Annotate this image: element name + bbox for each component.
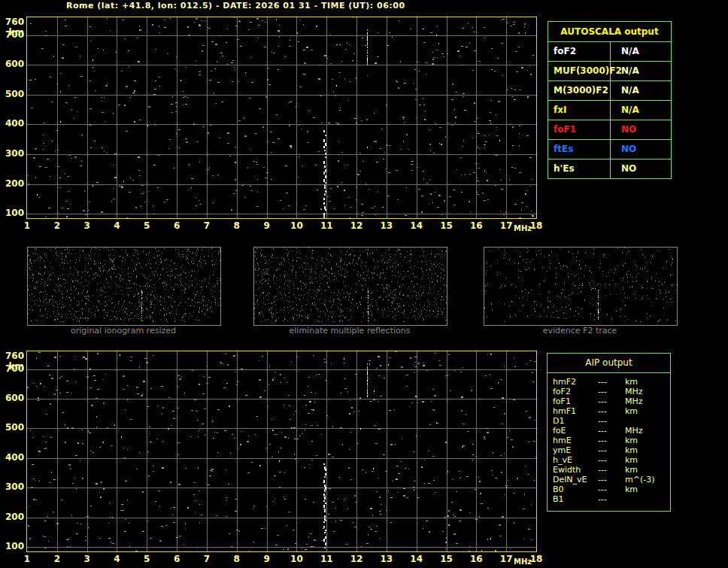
x-tick-label: 7 xyxy=(204,554,210,564)
y-tick-label: 200 xyxy=(0,178,24,189)
thumbnail-f2-canvas xyxy=(484,248,677,322)
y-tick-label: 760 xyxy=(0,351,24,361)
x-tick-label: 6 xyxy=(174,220,180,231)
x-tick-label: 16 xyxy=(470,220,483,231)
aip-param-value: --- xyxy=(598,426,625,436)
y-tick-label: 500 xyxy=(0,89,24,99)
top-ionogram-canvas xyxy=(27,17,536,218)
x-tick-label: 10 xyxy=(290,220,303,231)
caption-original-ionogram: original ionogram resized xyxy=(71,326,176,336)
x-axis-unit-label: MHz xyxy=(514,557,532,566)
x-tick-label: 14 xyxy=(410,220,423,231)
aip-row-delnve: DelN_vE---m^(-3) xyxy=(548,475,670,484)
y-tick-label: 700 xyxy=(0,29,24,40)
x-tick-label: 5 xyxy=(144,554,150,564)
x-axis-unit-label: MHz xyxy=(514,224,532,232)
bottom-ionogram-canvas xyxy=(27,351,536,551)
aip-param-unit: km xyxy=(625,484,670,494)
aip-param-label: DelN_vE xyxy=(548,475,598,484)
y-tick-label: 400 xyxy=(0,118,24,129)
x-tick-label: 12 xyxy=(350,554,363,564)
autoscala-param-value: NO xyxy=(611,140,671,159)
aip-output-table: AIP output hmF2---kmfoF2---MHzfoF1---MHz… xyxy=(547,353,671,512)
aip-row-fof1: foF1---MHz xyxy=(548,396,670,406)
caption-f2-trace: evidence F2 trace xyxy=(543,326,617,336)
aip-param-label: foF2 xyxy=(548,387,598,396)
aip-param-unit: MHz xyxy=(625,387,670,396)
aip-row-fof2: foF2---MHz xyxy=(548,387,670,396)
aip-param-value: --- xyxy=(598,445,625,455)
aip-row-b1: B1--- xyxy=(548,494,670,504)
aip-row-hve: h_vE---km xyxy=(548,455,670,465)
aip-param-value: --- xyxy=(598,475,625,484)
autoscala-param-value: NO xyxy=(611,159,671,178)
y-tick-label: 100 xyxy=(0,208,24,218)
autoscala-param-value: NO xyxy=(611,120,671,139)
aip-param-label: B1 xyxy=(548,494,598,504)
aip-param-value: --- xyxy=(598,377,625,387)
autoscala-window: Rome (lat: +41.8, lon: 012.5) - DATE: 20… xyxy=(0,0,728,568)
y-tick-label: 500 xyxy=(0,422,24,433)
y-tick-label: 200 xyxy=(0,512,24,522)
x-tick-label: 1 xyxy=(24,554,30,564)
aip-row-hmf1: hmF1---km xyxy=(548,406,670,416)
aip-table-body: hmF2---kmfoF2---MHzfoF1---MHzhmF1---kmD1… xyxy=(548,373,670,504)
aip-param-label: Ewidth xyxy=(548,465,598,475)
x-tick-label: 16 xyxy=(470,554,483,564)
thumbnail-reflections-canvas xyxy=(254,248,447,322)
aip-param-unit: MHz xyxy=(625,396,670,406)
x-tick-label: 2 xyxy=(54,554,60,564)
aip-param-unit: km xyxy=(625,377,670,387)
aip-param-unit: km xyxy=(625,455,670,465)
aip-param-value: --- xyxy=(598,406,625,416)
aip-param-label: B0 xyxy=(548,484,598,494)
aip-row-foe: foE---MHz xyxy=(548,426,670,436)
aip-param-unit: km xyxy=(625,406,670,416)
aip-param-value: --- xyxy=(598,436,625,445)
x-tick-label: 15 xyxy=(440,220,453,231)
y-tick-label: 760 xyxy=(0,17,24,27)
x-tick-label: 6 xyxy=(174,554,180,564)
aip-param-label: D1 xyxy=(548,416,598,426)
x-tick-label: 10 xyxy=(290,554,303,564)
x-tick-label: 4 xyxy=(114,220,120,231)
aip-param-unit: m^(-3) xyxy=(625,475,670,484)
aip-param-unit: km xyxy=(625,445,670,455)
x-tick-label: 4 xyxy=(114,554,120,564)
aip-row-b0: B0---km xyxy=(548,484,670,494)
aip-table-header: AIP output xyxy=(548,354,670,373)
autoscala-param-value: N/A xyxy=(611,101,671,120)
y-tick-label: 300 xyxy=(0,481,24,492)
x-tick-label: 7 xyxy=(204,220,210,231)
aip-row-d1: D1--- xyxy=(548,416,670,426)
x-tick-label: 1 xyxy=(24,220,30,231)
aip-param-unit: km xyxy=(625,465,670,475)
x-tick-label: 9 xyxy=(263,220,269,231)
caption-multiple-reflections: eliminate multiple reflections xyxy=(290,326,411,336)
y-tick-label: 400 xyxy=(0,452,24,463)
aip-param-value: --- xyxy=(598,465,625,475)
station-date-title: Rome (lat: +41.8, lon: 012.5) - DATE: 20… xyxy=(66,1,405,11)
x-tick-label: 11 xyxy=(320,554,333,564)
x-tick-label: 11 xyxy=(320,220,333,231)
thumbnail-original-ionogram xyxy=(27,247,221,326)
aip-param-unit xyxy=(625,494,670,504)
aip-param-label: hmE xyxy=(548,436,598,445)
bottom-ionogram-plot xyxy=(26,351,537,552)
aip-row-hme: hmE---km xyxy=(548,436,670,445)
y-tick-label: 100 xyxy=(0,541,24,551)
x-tick-label: 9 xyxy=(263,554,269,564)
aip-param-label: hmF2 xyxy=(548,377,598,387)
autoscala-table-header: AUTOSCALA output xyxy=(548,22,671,42)
aip-row-yme: ymE---km xyxy=(548,445,670,455)
aip-param-value: --- xyxy=(598,494,625,504)
autoscala-row-m3000f2: M(3000)F2N/A xyxy=(548,81,671,101)
aip-param-value: --- xyxy=(598,484,625,494)
autoscala-param-label: ftEs xyxy=(548,140,611,159)
y-tick-label: 600 xyxy=(0,59,24,69)
autoscala-row-fof2: foF2N/A xyxy=(548,42,671,62)
autoscala-param-label: M(3000)F2 xyxy=(548,81,611,100)
aip-param-unit: MHz xyxy=(625,426,670,436)
aip-param-label: ymE xyxy=(548,445,598,455)
x-tick-label: 17 xyxy=(500,554,513,564)
